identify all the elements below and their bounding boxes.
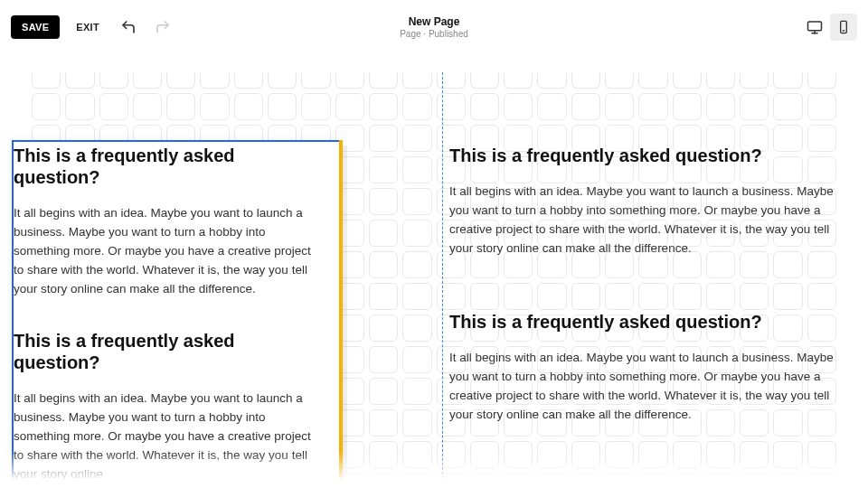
faq-question: This is a frequently asked question? <box>449 145 847 166</box>
editor-header: SAVE EXIT New Page Page · Published <box>0 0 868 54</box>
mobile-preview-button[interactable] <box>830 14 857 41</box>
svg-rect-0 <box>808 22 822 31</box>
header-left-group: SAVE EXIT <box>11 14 175 40</box>
faq-answer: It all begins with an idea. Maybe you wa… <box>449 349 847 425</box>
page-title: New Page <box>400 15 468 28</box>
faq-answer: It all begins with an idea. Maybe you wa… <box>449 183 847 258</box>
redo-icon <box>155 19 171 35</box>
editor-canvas[interactable]: This is a frequently asked question? It … <box>0 54 868 488</box>
undo-icon <box>120 19 137 35</box>
faq-block[interactable]: This is a frequently asked question? It … <box>449 145 847 258</box>
faq-question: This is a frequently asked question? <box>14 330 312 373</box>
faq-block[interactable]: This is a frequently asked question? It … <box>14 145 312 299</box>
center-guide-line <box>442 72 443 488</box>
resize-handle-right[interactable] <box>339 140 343 488</box>
desktop-preview-button[interactable] <box>801 14 828 41</box>
header-right-group <box>801 14 857 41</box>
svg-rect-3 <box>841 21 847 33</box>
undo-button[interactable] <box>116 14 141 40</box>
faq-answer: It all begins with an idea. Maybe you wa… <box>14 204 312 299</box>
redo-button[interactable] <box>150 14 175 40</box>
mobile-icon <box>836 20 851 34</box>
faq-answer: It all begins with an idea. Maybe you wa… <box>14 389 312 484</box>
faq-question: This is a frequently asked question? <box>14 145 312 188</box>
faq-block[interactable]: This is a frequently asked question? It … <box>14 330 312 484</box>
save-button[interactable]: SAVE <box>11 15 60 39</box>
page-status: Page · Published <box>400 29 468 39</box>
device-toggle <box>801 14 857 41</box>
faq-block[interactable]: This is a frequently asked question? It … <box>449 311 847 425</box>
exit-button[interactable]: EXIT <box>69 15 107 39</box>
header-center: New Page Page · Published <box>400 15 468 39</box>
faq-question: This is a frequently asked question? <box>449 311 847 333</box>
desktop-icon <box>807 19 823 35</box>
